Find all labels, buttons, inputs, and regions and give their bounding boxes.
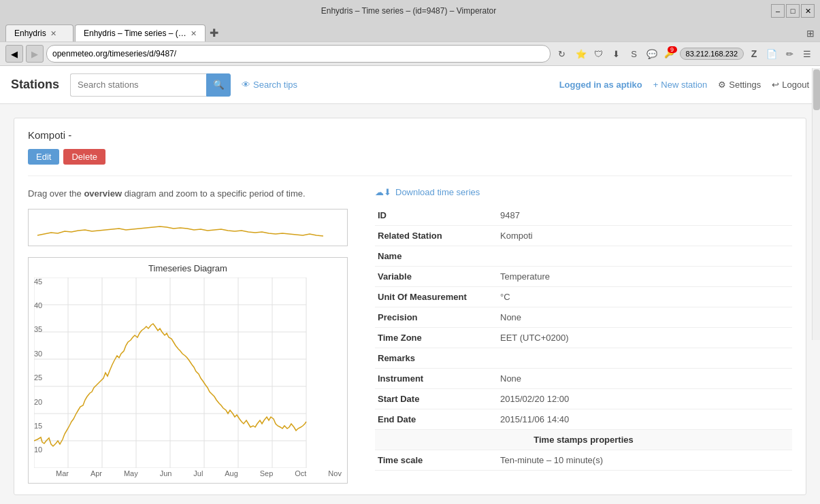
main-content: Kompoti - Edit Delete Drag over the over… xyxy=(0,104,820,504)
tab-timeseries-close[interactable]: ✕ xyxy=(191,29,197,38)
x-label-aug: Aug xyxy=(225,469,238,477)
overview-chart[interactable] xyxy=(28,209,348,246)
search-input[interactable] xyxy=(70,73,206,97)
logout-button[interactable]: ↩ Logout xyxy=(772,80,809,90)
ip-address[interactable]: 83.212.168.232 xyxy=(680,48,744,60)
header-right: Logged in as aptiko + New station ⚙ Sett… xyxy=(559,80,809,90)
y-label-40: 40 xyxy=(34,301,53,309)
window-title: Enhydris – Time series – (id=9487) – Vim… xyxy=(46,6,771,16)
table-row: Start Date 2015/02/20 12:00 xyxy=(375,389,792,409)
new-station-button[interactable]: + New station xyxy=(653,80,708,90)
x-label-sep: Sep xyxy=(260,469,274,477)
gear-icon: ⚙ xyxy=(718,80,726,90)
new-tab-button[interactable]: ✚ xyxy=(207,26,222,41)
settings-label: Settings xyxy=(729,80,761,90)
username: aptiko xyxy=(616,80,642,90)
table-row: Time scale Ten-minute – 10 minute(s) xyxy=(375,450,792,471)
table-row: Time Zone EET (UTC+0200) xyxy=(375,328,792,348)
x-label-may: May xyxy=(124,469,138,477)
extension-icon[interactable]: ✏ xyxy=(782,46,797,61)
table-row: Variable Temperature xyxy=(375,267,792,287)
content-body: Drag over the overview diagram and zoom … xyxy=(28,187,792,484)
logout-icon: ↩ xyxy=(772,80,779,90)
x-axis-labels: Mar Apr May Jun Jul Aug Sep Oct Nov xyxy=(34,469,342,477)
y-label-15: 15 xyxy=(34,422,53,430)
logout-label: Logout xyxy=(782,80,809,90)
vpn-icon[interactable]: 🔑 9 xyxy=(662,46,677,61)
reader-icon[interactable]: 📄 xyxy=(764,46,779,61)
action-buttons: Edit Delete xyxy=(28,149,792,165)
logged-in-text: Logged in as aptiko xyxy=(559,80,642,90)
shield-icon[interactable]: 🛡 xyxy=(591,46,606,61)
label-timezone: Time Zone xyxy=(375,328,497,348)
tab-enhydris[interactable]: Enhydris ✕ xyxy=(5,24,73,41)
value-unit: °C xyxy=(497,287,792,307)
scrollbar[interactable] xyxy=(812,68,820,340)
app-title: Stations xyxy=(11,78,59,92)
url-input[interactable] xyxy=(46,45,551,63)
window-controls[interactable]: – □ ✕ xyxy=(771,4,815,18)
back-button[interactable]: ◀ xyxy=(5,45,23,63)
search-tips-label: Search tips xyxy=(253,80,297,90)
divider xyxy=(28,175,792,176)
drag-hint-prefix: Drag over the xyxy=(28,188,84,199)
minimize-button[interactable]: – xyxy=(771,4,785,18)
edit-button[interactable]: Edit xyxy=(28,149,59,165)
skype-icon[interactable]: S xyxy=(627,46,642,61)
tab-enhydris-close[interactable]: ✕ xyxy=(50,29,56,38)
chat-icon[interactable]: 💬 xyxy=(644,46,659,61)
drag-hint-bold: overview xyxy=(84,188,122,199)
bookmark-icon[interactable]: ⭐ xyxy=(574,46,589,61)
download-link[interactable]: ☁⬇ Download time series xyxy=(375,187,792,197)
section-header-label: Time stamps properties xyxy=(375,430,792,450)
logged-in-prefix: Logged in as xyxy=(559,80,614,90)
forward-button[interactable]: ▶ xyxy=(26,45,44,63)
label-time-scale: Time scale xyxy=(375,450,497,471)
value-precision: None xyxy=(497,307,792,328)
search-box: 🔍 xyxy=(70,73,231,97)
label-related-station: Related Station xyxy=(375,226,497,246)
value-start-date: 2015/02/20 12:00 xyxy=(497,389,792,409)
maximize-button[interactable]: □ xyxy=(786,4,800,18)
download-label: Download time series xyxy=(395,187,480,197)
cloud-download-icon: ☁⬇ xyxy=(375,187,391,197)
eye-icon: 👁 xyxy=(242,80,250,90)
tab-enhydris-label: Enhydris xyxy=(14,29,46,38)
y-label-25: 25 xyxy=(34,373,53,382)
scrollbar-thumb[interactable] xyxy=(813,69,820,110)
table-row: ID 9487 xyxy=(375,205,792,226)
value-id: 9487 xyxy=(497,205,792,226)
browser-chrome: Enhydris – Time series – (id=9487) – Vim… xyxy=(0,0,820,66)
station-title: Kompoti - xyxy=(28,129,792,141)
download-icon[interactable]: ⬇ xyxy=(609,46,624,61)
settings-button[interactable]: ⚙ Settings xyxy=(718,80,761,90)
search-tips-link[interactable]: 👁 Search tips xyxy=(242,80,297,90)
tab-bar: Enhydris ✕ Enhydris – Time series – (… ✕… xyxy=(0,22,820,41)
x-label-jun: Jun xyxy=(160,469,172,477)
value-variable: Temperature xyxy=(497,267,792,287)
value-related-station[interactable]: Kompoti xyxy=(497,226,792,246)
chart-area: 45 40 35 30 25 20 15 10 xyxy=(34,278,342,468)
address-bar: ◀ ▶ ↻ ⭐ 🛡 ⬇ S 💬 🔑 9 83.212.168.232 Z 📄 ✏… xyxy=(0,41,820,65)
right-panel: ☁⬇ Download time series ID 9487 Related … xyxy=(375,187,792,484)
new-station-label: New station xyxy=(661,80,707,90)
zotero-icon[interactable]: Z xyxy=(747,46,761,61)
menu-icon[interactable]: ☰ xyxy=(800,46,815,61)
main-chart-container: Timeseries Diagram 45 40 35 30 25 20 15 … xyxy=(28,257,348,484)
x-label-mar: Mar xyxy=(56,469,69,477)
delete-button[interactable]: Delete xyxy=(63,149,105,165)
table-row: Name xyxy=(375,246,792,267)
drag-hint: Drag over the overview diagram and zoom … xyxy=(28,187,348,201)
close-button[interactable]: ✕ xyxy=(801,4,815,18)
search-button[interactable]: 🔍 xyxy=(206,73,231,97)
reload-button[interactable]: ↻ xyxy=(553,45,571,63)
label-unit: Unit Of Measurement xyxy=(375,287,497,307)
chart-title: Timeseries Diagram xyxy=(34,263,342,273)
grid-icon[interactable]: ⊞ xyxy=(806,28,815,39)
tab-timeseries[interactable]: Enhydris – Time series – (… ✕ xyxy=(75,24,206,41)
y-axis-labels: 45 40 35 30 25 20 15 10 xyxy=(34,278,53,454)
table-row: Instrument None xyxy=(375,369,792,389)
x-label-nov: Nov xyxy=(328,469,342,477)
search-icon: 🔍 xyxy=(213,80,225,90)
table-row: End Date 2015/11/06 14:40 xyxy=(375,409,792,430)
